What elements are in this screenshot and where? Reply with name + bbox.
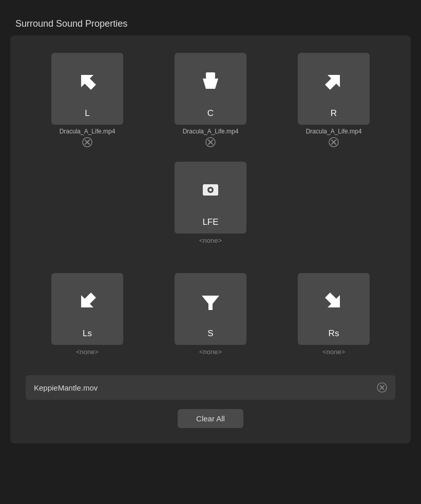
svg-marker-5 <box>203 79 218 89</box>
L-icon-area <box>51 53 123 109</box>
svg-marker-17 <box>202 296 219 310</box>
cell-L: L Dracula_A_Life.mp4 <box>26 48 149 153</box>
R-icon-area <box>298 53 370 109</box>
R-file: Dracula_A_Life.mp4 <box>306 128 362 135</box>
C-speaker-icon <box>197 67 224 95</box>
R-label: R <box>331 108 337 119</box>
Rs-file: <none> <box>322 348 345 356</box>
L-speaker-icon <box>73 67 101 95</box>
C-remove-icon <box>205 137 216 147</box>
cell-LFE: LFE <none> <box>175 157 246 248</box>
svg-marker-0 <box>75 69 100 93</box>
panel-title: Surround Sound Properties <box>10 10 411 35</box>
panel-inner: L Dracula_A_Life.mp4 <box>10 35 411 443</box>
L-remove-icon <box>82 137 92 147</box>
bottom-row-grid: Ls <none> S <none> <box>26 268 395 360</box>
Ls-icon-area <box>51 273 123 329</box>
channel-box-L[interactable]: L <box>51 53 123 125</box>
surround-sound-panel: Surround Sound Properties L Dracula_A_Li… <box>10 10 411 443</box>
L-label: L <box>85 108 89 119</box>
R-remove-button[interactable] <box>329 137 339 149</box>
spacer <box>26 251 395 262</box>
svg-marker-9 <box>321 69 346 93</box>
svg-rect-4 <box>206 72 215 79</box>
channel-box-R[interactable]: R <box>298 53 370 125</box>
C-file: Dracula_A_Life.mp4 <box>183 128 239 135</box>
channel-box-C[interactable]: C <box>175 53 246 125</box>
S-icon-area <box>175 273 246 329</box>
lfe-row: LFE <none> <box>26 157 395 248</box>
cell-Rs: Rs <none> <box>272 268 395 360</box>
C-icon-area <box>175 53 246 109</box>
cell-S: S <none> <box>149 268 272 360</box>
S-file: <none> <box>199 348 222 356</box>
channel-box-Rs[interactable]: Rs <box>298 273 370 345</box>
Rs-label: Rs <box>329 328 339 339</box>
cell-C: C Dracula_A_Life.mp4 <box>149 48 272 153</box>
source-filename: KeppieMantle.mov <box>34 383 98 392</box>
Ls-speaker-icon <box>73 287 101 315</box>
source-remove-icon <box>377 382 387 393</box>
channel-box-LFE[interactable]: LFE <box>175 162 246 234</box>
Ls-file: <none> <box>76 348 99 356</box>
R-speaker-icon <box>320 67 348 95</box>
LFE-speaker-icon <box>197 176 224 204</box>
clear-all-button[interactable]: Clear All <box>178 409 243 428</box>
LFE-file: <none> <box>199 237 222 244</box>
Rs-speaker-icon <box>320 287 348 315</box>
svg-point-15 <box>209 189 212 191</box>
Rs-icon-area <box>298 273 370 329</box>
cell-R: R Dracula_A_Life.mp4 <box>272 48 395 153</box>
channel-box-S[interactable]: S <box>175 273 246 345</box>
L-remove-button[interactable] <box>82 137 92 149</box>
Ls-label: Ls <box>83 328 92 339</box>
channel-box-Ls[interactable]: Ls <box>51 273 123 345</box>
L-file: Dracula_A_Life.mp4 <box>60 128 116 135</box>
LFE-icon-area <box>175 162 246 218</box>
top-row-grid: L Dracula_A_Life.mp4 <box>26 48 395 153</box>
svg-marker-16 <box>75 289 100 314</box>
S-label: S <box>207 328 213 339</box>
C-label: C <box>207 108 214 119</box>
source-remove-button[interactable] <box>377 382 387 395</box>
C-remove-button[interactable] <box>205 137 216 149</box>
R-remove-icon <box>329 137 339 147</box>
svg-marker-18 <box>321 289 346 314</box>
source-bar: KeppieMantle.mov <box>26 375 395 400</box>
S-speaker-icon <box>197 287 224 315</box>
LFE-label: LFE <box>202 217 218 227</box>
cell-Ls: Ls <none> <box>26 268 149 360</box>
